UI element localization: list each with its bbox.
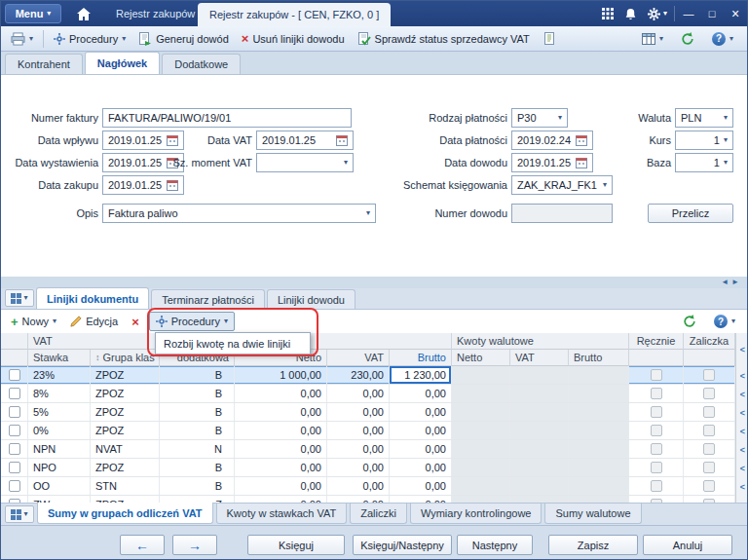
anuluj-button[interactable]: Anuluj	[643, 535, 732, 555]
cell-stawka[interactable]: OO	[28, 477, 91, 495]
calendar-icon[interactable]	[167, 179, 178, 191]
cell-brutto[interactable]: 0,00	[390, 459, 452, 476]
collapse-icon[interactable]: <	[736, 366, 748, 385]
row-checkbox[interactable]	[9, 406, 20, 418]
collapse-icon[interactable]: <	[736, 385, 748, 403]
cell-brutto[interactable]: 0,00	[390, 496, 452, 503]
row-select-cell[interactable]	[1, 477, 28, 495]
table-row[interactable]: NPO ZPOZ B 0,00 0,00 0,00	[1, 459, 735, 477]
delete-line-button[interactable]: ×	[128, 312, 143, 331]
cell-recznie[interactable]	[629, 440, 684, 458]
nastepny-button[interactable]: Następny	[457, 535, 533, 555]
maximize-button[interactable]: □	[700, 1, 724, 26]
delete-proof-lines-button[interactable]: × Usuń linijki dowodu	[237, 30, 350, 47]
cell-stawka[interactable]: 8%	[28, 385, 91, 402]
table-row[interactable]: NPN NVAT N 0,00 0,00 0,00	[1, 440, 735, 459]
cell-netto[interactable]: 0,00	[235, 403, 327, 421]
collapse-icon[interactable]: <	[736, 403, 748, 422]
cell-grupa[interactable]: ZPOZ	[91, 403, 160, 421]
cell-rodzaj[interactable]: B	[160, 422, 235, 439]
col-stawka[interactable]: Stawka	[28, 350, 91, 366]
cell-recznie[interactable]	[629, 403, 684, 421]
group-zaliczka[interactable]: Zaliczka	[684, 333, 735, 350]
cell-brutto[interactable]: 0,00	[390, 440, 452, 458]
lines-tab[interactable]: Terminarz płatności	[151, 289, 265, 309]
zaliczka-checkbox[interactable]	[703, 406, 715, 418]
rodzaj-platnosci-select[interactable]: P30▾	[511, 108, 568, 128]
cell-brutto[interactable]: 0,00	[390, 477, 452, 495]
chevron-down-icon[interactable]: ▾	[724, 136, 728, 144]
cell-zaliczka[interactable]	[684, 385, 735, 402]
collapse-icon[interactable]: <	[736, 496, 748, 503]
cell-stawka[interactable]: NPO	[28, 459, 91, 476]
cell-grupa[interactable]: STN	[91, 477, 160, 495]
cell-brutto[interactable]: 0,00	[390, 403, 452, 421]
close-button[interactable]: ×	[724, 1, 747, 26]
row-checkbox[interactable]	[9, 443, 20, 455]
columns-layout-button[interactable]: ▾	[637, 31, 668, 47]
cell-grupa[interactable]: ZPOZ	[91, 496, 160, 503]
lines-procedures-button[interactable]: Procedury ▾	[149, 312, 235, 331]
zaliczka-checkbox[interactable]	[703, 369, 715, 381]
cell-zaliczka[interactable]	[684, 440, 735, 458]
cell-grupa[interactable]: ZPOZ	[91, 422, 160, 439]
cell-grupa[interactable]: ZPOZ	[91, 459, 160, 476]
cell-vat[interactable]: 0,00	[327, 440, 390, 458]
scroll-right-icon[interactable]: ►	[731, 279, 739, 286]
col-brutto-walutowe[interactable]: Brutto	[569, 350, 629, 366]
row-select-cell[interactable]	[1, 403, 28, 421]
summary-layout-button[interactable]: ▾	[5, 505, 34, 523]
cell-recznie[interactable]	[629, 385, 684, 402]
ksieguj-nastepny-button[interactable]: Księguj/Następny	[353, 535, 452, 555]
summary-tab[interactable]: Sumy walutowe	[544, 504, 641, 524]
row-select-cell[interactable]	[1, 496, 28, 503]
cell-netto[interactable]: 0,00	[235, 496, 327, 503]
cell-stawka[interactable]: 23%	[28, 366, 91, 384]
cell-recznie[interactable]	[629, 459, 684, 476]
group-kwoty-walutowe[interactable]: Kwoty walutowe	[452, 333, 629, 350]
header-tab[interactable]: Kontrahent	[5, 54, 83, 74]
menu-button[interactable]: Menu ▾	[5, 4, 61, 23]
summary-tab[interactable]: Sumy w grupach odliczeń VAT	[37, 503, 213, 524]
lines-tab[interactable]: Linijki dokumentu	[36, 287, 149, 309]
col-netto-walutowe[interactable]: Netto	[452, 350, 510, 366]
grid-refresh-button[interactable]	[679, 312, 700, 331]
przelicz-button[interactable]: Przelicz	[648, 204, 733, 223]
recznie-checkbox[interactable]	[651, 480, 662, 492]
cell-rodzaj[interactable]: Z	[160, 496, 235, 503]
procedures-dropdown-button[interactable]: Procedury ▾	[49, 31, 131, 47]
cell-recznie[interactable]	[629, 366, 684, 384]
cell-netto[interactable]: 0,00	[235, 385, 327, 402]
help-button[interactable]: ? ▾	[707, 30, 738, 48]
col-grupa-klas[interactable]: ↕Grupa klas	[91, 350, 160, 366]
cell-netto[interactable]: 0,00	[235, 440, 327, 458]
row-select-cell[interactable]	[1, 422, 28, 439]
table-row[interactable]: 0% ZPOZ B 0,00 0,00 0,00	[1, 422, 735, 440]
check-vat-status-button[interactable]: Sprawdź status sprzedawcy VAT	[353, 30, 535, 48]
chevron-down-icon[interactable]: ▾	[724, 159, 728, 167]
grid-layout-button[interactable]: ▾	[5, 289, 34, 307]
row-checkbox[interactable]	[9, 369, 20, 381]
scroll-left-icon[interactable]: ◄	[721, 279, 729, 286]
row-select-cell[interactable]	[1, 459, 28, 476]
calendar-icon[interactable]	[576, 134, 587, 146]
collapse-icon[interactable]: <	[736, 440, 748, 459]
cell-rodzaj[interactable]: B	[160, 459, 235, 476]
cell-rodzaj[interactable]: B	[160, 385, 235, 402]
cell-rodzaj[interactable]: B	[160, 403, 235, 421]
row-select-cell[interactable]	[1, 366, 28, 384]
cell-zaliczka[interactable]	[684, 403, 735, 421]
table-row[interactable]: 8% ZPOZ B 0,00 0,00 0,00	[1, 385, 735, 403]
summary-tab[interactable]: Zaliczki	[350, 504, 407, 524]
menu-item-rozbij-kwote[interactable]: Rozbij kwotę na dwie linijki	[156, 333, 310, 354]
cell-stawka[interactable]: ZW	[28, 496, 91, 503]
document-extra-button[interactable]	[538, 30, 561, 48]
lines-tab[interactable]: Linijki dowodu	[267, 289, 355, 309]
gear-button[interactable]: ▾	[648, 8, 667, 20]
schemat-ksiegowania-select[interactable]: ZAK_KRAJ_FK1▾	[511, 175, 613, 195]
col-vat-walutowe[interactable]: VAT	[510, 350, 569, 366]
chevron-down-icon[interactable]: ▾	[724, 114, 728, 122]
cell-netto[interactable]: 0,00	[235, 477, 327, 495]
opis-select[interactable]: Faktura paliwo▾	[102, 204, 376, 223]
chevron-down-icon[interactable]: ▾	[603, 181, 607, 189]
